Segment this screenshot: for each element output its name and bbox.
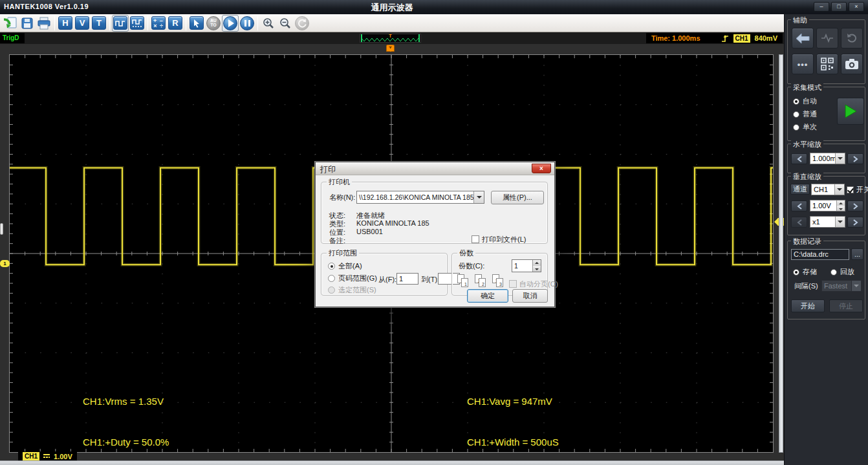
radio-icon [328, 263, 335, 270]
qr-code-button[interactable] [816, 54, 838, 74]
range-selection-radio[interactable]: 选定范围(S) [328, 285, 376, 295]
dropdown-arrow-icon [473, 191, 484, 203]
dialog-title-bar[interactable]: 打印 × [316, 162, 554, 175]
channel1-scale-badge: CH1 1.00V [18, 451, 77, 461]
auto-setup-button[interactable]: AUTO [205, 15, 222, 32]
zoom-in-button[interactable] [260, 15, 277, 32]
range-from-field[interactable]: 1 [396, 273, 418, 285]
horizontal-scrollbar[interactable] [0, 460, 784, 465]
back-button[interactable] [792, 28, 814, 49]
channel-switch-checkbox[interactable]: 开关 [847, 185, 868, 195]
cursor-select-button[interactable] [188, 15, 205, 32]
interval-select[interactable]: Fastest [821, 280, 862, 292]
record-start-button[interactable]: 开始 [791, 299, 825, 312]
acquisition-run-button[interactable] [837, 98, 864, 125]
timebase-decrease-button[interactable] [791, 153, 807, 164]
app-version-title: HANTEK1008 Ver1.0.19 [4, 3, 89, 10]
printer-comment-label: 备注: [329, 236, 345, 246]
cancel-button[interactable]: 取消 [512, 289, 548, 303]
ok-button[interactable]: 确定 [467, 289, 508, 303]
dialog-close-button[interactable]: × [532, 164, 551, 173]
printer-name-label: 名称(N): [329, 193, 355, 202]
print-button[interactable] [36, 15, 52, 32]
left-scroll-handle[interactable] [0, 223, 3, 235]
record-mode-replay-radio[interactable]: 回放 [830, 267, 854, 277]
acq-mode-single-radio[interactable]: 单次 [793, 122, 817, 132]
zoom-in-icon [262, 17, 275, 30]
printer-location-value: USB001 [356, 228, 383, 235]
record-stop-button[interactable]: 停止 [829, 299, 863, 312]
checkbox-icon [509, 280, 517, 288]
run-button[interactable] [222, 15, 239, 32]
group-title: 打印机 [327, 177, 352, 187]
pause-icon [240, 16, 254, 30]
rising-edge-trigger-icon [721, 34, 729, 43]
reference-wave-button[interactable]: R [167, 15, 184, 32]
range-all-radio[interactable]: 全部(A) [328, 261, 362, 271]
printer-name-select[interactable]: \\192.168.1.26\KONICA MINOLTA 185 [356, 191, 484, 204]
acq-mode-auto-radio[interactable]: 自动 [793, 96, 817, 106]
dropdown-arrow-icon [851, 281, 861, 291]
trigger-source-badge: CH1 [733, 34, 750, 43]
volts-per-div-label: 1.00V [54, 453, 72, 460]
measurements-left: CH1:Vrms = 1.35V CH1:+Duty = 50.0% CH1:F… [83, 367, 179, 465]
maximize-button[interactable]: □ [831, 2, 847, 12]
timebase-increase-button[interactable] [847, 153, 863, 164]
print-to-file-checkbox[interactable]: 打印到文件(L) [472, 235, 526, 244]
channel-select[interactable]: CH1 [811, 184, 845, 195]
horizontal-cursor-button[interactable]: H [57, 15, 74, 32]
timebase-label: Time: 1.000ms [651, 34, 700, 42]
waveform-reference-button[interactable] [129, 15, 146, 32]
zoom-out-button[interactable] [277, 15, 294, 32]
chevron-right-icon [853, 156, 858, 162]
browse-button[interactable]: ... [851, 248, 863, 260]
waveform-tool-button[interactable] [816, 28, 838, 49]
r-letter-icon: R [168, 16, 182, 30]
channel-button[interactable]: 通道 [790, 184, 810, 195]
channel1-ground-marker[interactable]: 1 [0, 260, 10, 267]
spinner-arrows-icon [836, 200, 845, 211]
record-path-field[interactable]: C:\data.drc [791, 249, 849, 260]
preview-right-bracket-icon [418, 34, 420, 42]
toolbar-separator [147, 16, 148, 30]
open-file-button[interactable] [2, 15, 19, 32]
probe-decrease-button[interactable] [791, 217, 807, 228]
vertical-cursor-button[interactable]: V [74, 15, 91, 32]
screenshot-button[interactable] [841, 54, 863, 74]
acq-mode-normal-radio[interactable]: 普通 [793, 109, 817, 119]
camera-icon [845, 58, 859, 70]
trigger-cursor-button[interactable]: T [91, 15, 107, 32]
waveform-preview[interactable]: T [360, 34, 421, 43]
measurement-line: CH1:+Duty = 50.0% [83, 435, 179, 449]
more-options-button[interactable]: ••• [792, 54, 814, 74]
t-letter-icon: T [92, 16, 106, 30]
volts-per-div-spinner[interactable]: 1.00V [810, 200, 845, 211]
copies-count-spinner[interactable]: 1 [512, 259, 541, 272]
probe-increase-button[interactable] [847, 217, 863, 228]
pause-button[interactable] [239, 15, 255, 32]
reset-view-button[interactable] [294, 15, 310, 32]
undo-icon [846, 33, 858, 43]
printer-properties-button[interactable]: 属性(P)... [491, 191, 544, 204]
save-button[interactable] [19, 15, 36, 32]
probe-ratio-select[interactable]: x1 [810, 216, 845, 228]
range-pages-radio[interactable]: 页码范围(G) [328, 274, 377, 283]
trigger-status-label: TrigD [0, 33, 25, 43]
math-button[interactable]: + –× ÷ [150, 15, 167, 32]
page-title: 通用示波器 [371, 2, 413, 14]
chevron-left-icon [797, 203, 802, 210]
timebase-select[interactable]: 1.000ms [810, 153, 845, 164]
volts-increase-button[interactable] [847, 200, 863, 211]
close-button[interactable]: × [849, 2, 864, 12]
record-mode-store-radio[interactable]: 存储 [793, 267, 817, 277]
play-icon [843, 103, 858, 119]
measurement-line: CH1:+Width = 500uS [467, 435, 561, 449]
volts-decrease-button[interactable] [791, 200, 807, 211]
chevron-right-icon [853, 219, 858, 226]
control-panel: 辅助 ••• [784, 14, 868, 465]
minimize-button[interactable]: – [814, 2, 829, 12]
collate-checkbox[interactable]: 自动分页(O) [509, 279, 558, 289]
waveform-display-button[interactable] [112, 15, 129, 32]
undo-button[interactable] [841, 28, 863, 49]
vertical-scrollbar[interactable] [779, 54, 783, 453]
